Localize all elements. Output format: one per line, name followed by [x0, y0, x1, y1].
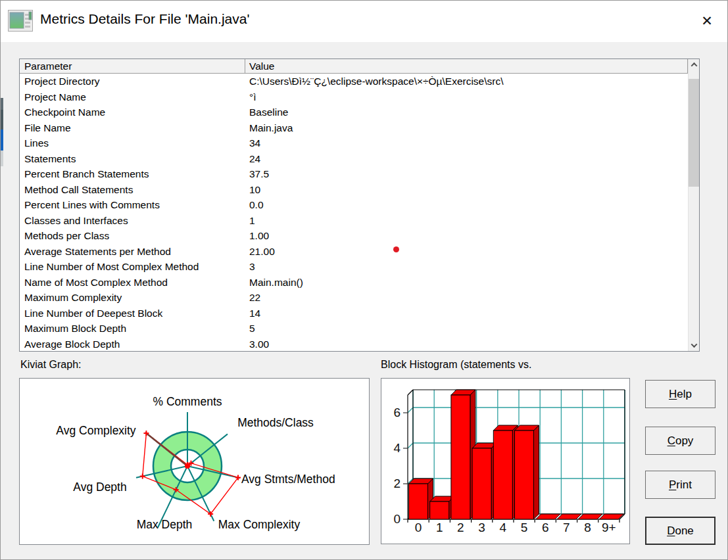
svg-text:Avg Complexity: Avg Complexity [56, 424, 136, 437]
table-row[interactable]: Average Statements per Method21.00 [20, 244, 688, 260]
block-histogram-label: Block Histogram (statements vs. [381, 359, 531, 371]
value-cell: 10 [245, 182, 688, 198]
value-cell: °ì [245, 89, 688, 105]
parameter-cell: Project Directory [20, 74, 245, 89]
metrics-details-dialog: Metrics Details For File 'Main.java' ✕ P… [0, 0, 728, 560]
parameter-cell: Maximum Complexity [20, 290, 245, 306]
parameter-cell: Checkpoint Name [20, 105, 245, 120]
table-row[interactable]: Project DirectoryC:\Users\Ðì½¨Ç¿\eclipse… [20, 74, 688, 89]
parameter-cell: Average Block Depth [20, 337, 245, 352]
parameter-cell: Percent Branch Statements [20, 166, 245, 182]
svg-text:6: 6 [393, 406, 400, 419]
svg-text:Avg Depth: Avg Depth [73, 480, 126, 494]
svg-text:2: 2 [393, 477, 400, 490]
table-row[interactable]: Statements24 [20, 151, 688, 167]
svg-text:9+: 9+ [602, 521, 616, 534]
svg-text:Avg Stmts/Method: Avg Stmts/Method [241, 473, 335, 486]
table-row[interactable]: Maximum Complexity22 [20, 290, 688, 306]
table-row[interactable]: Methods per Class1.00 [20, 228, 688, 244]
background-window-edge [1, 129, 3, 151]
parameter-cell: Line Number of Deepest Block [20, 306, 245, 321]
parameter-cell: Name of Most Complex Method [20, 275, 245, 291]
value-cell: Main.java [245, 120, 688, 136]
table-row[interactable]: Checkpoint NameBaseline [20, 105, 688, 120]
print-button[interactable]: Print [645, 471, 716, 499]
column-header-parameter[interactable]: Parameter [20, 59, 245, 73]
table-row[interactable]: Percent Branch Statements37.5 [20, 166, 688, 182]
chevron-up-icon [691, 62, 697, 69]
value-cell: Main.main() [245, 275, 688, 291]
value-cell: 22 [245, 290, 688, 306]
table-header[interactable]: Parameter Value [20, 59, 688, 74]
value-cell: 34 [245, 135, 688, 151]
value-cell: 37.5 [245, 166, 688, 182]
table-row[interactable]: Name of Most Complex MethodMain.main() [20, 275, 688, 291]
column-header-value[interactable]: Value [245, 59, 688, 73]
copy-button[interactable]: Copy [645, 427, 716, 455]
svg-text:Max Complexity: Max Complexity [218, 518, 301, 531]
scroll-down-button[interactable] [689, 340, 699, 351]
table-row[interactable]: Classes and Interfaces1 [20, 213, 688, 229]
table-row[interactable]: Project Name°ì [20, 89, 688, 105]
parameter-cell: Classes and Interfaces [20, 213, 245, 229]
svg-text:7: 7 [563, 521, 570, 534]
svg-text:4: 4 [500, 521, 507, 534]
scroll-up-button[interactable] [689, 59, 699, 70]
value-cell: 0.0 [245, 197, 688, 213]
red-dot-marker [393, 246, 399, 252]
parameter-cell: Maximum Block Depth [20, 321, 245, 337]
parameter-cell: Line Number of Most Complex Method [20, 259, 245, 275]
table-row[interactable]: Lines34 [20, 135, 688, 151]
scrollbar-thumb[interactable] [689, 79, 699, 187]
table-row[interactable]: Line Number of Most Complex Method3 [20, 259, 688, 275]
table-row[interactable]: File NameMain.java [20, 120, 688, 136]
kiviat-graph-label: Kiviat Graph: [20, 359, 81, 371]
parameter-cell: Project Name [20, 89, 245, 105]
svg-text:3: 3 [478, 521, 485, 534]
metrics-table-body: Project DirectoryC:\Users\Ðì½¨Ç¿\eclipse… [20, 74, 688, 351]
chevron-down-icon [691, 341, 697, 348]
value-cell: 3 [245, 259, 688, 275]
svg-text:5: 5 [521, 521, 528, 534]
block-histogram-svg: 0123456789+0246 [381, 379, 629, 544]
help-button[interactable]: Help [645, 380, 716, 408]
background-window-edge [1, 151, 3, 166]
value-cell: 1 [245, 213, 688, 229]
title-bar[interactable]: Metrics Details For File 'Main.java' ✕ [1, 1, 727, 42]
done-button[interactable]: Done [645, 517, 716, 545]
app-icon [8, 10, 33, 32]
parameter-cell: Percent Lines with Comments [20, 197, 245, 213]
svg-text:4: 4 [393, 441, 400, 455]
value-cell: C:\Users\Ðì½¨Ç¿\eclipse-workspace\×÷Òµ\E… [245, 74, 688, 89]
svg-text:% Comments: % Comments [153, 395, 222, 408]
parameter-cell: Average Statements per Method [20, 244, 245, 260]
svg-text:8: 8 [584, 521, 591, 534]
parameter-cell: Methods per Class [20, 228, 245, 244]
table-row[interactable]: Percent Lines with Comments0.0 [20, 197, 688, 213]
svg-text:0: 0 [393, 512, 400, 526]
table-row[interactable]: Method Call Statements10 [20, 182, 688, 198]
table-row[interactable]: Line Number of Deepest Block14 [20, 306, 688, 321]
background-window-edge [1, 98, 3, 110]
dialog-title: Metrics Details For File 'Main.java' [40, 11, 249, 27]
metrics-table: Parameter Value Project DirectoryC:\User… [19, 58, 700, 352]
kiviat-graph-svg: % CommentsMethods/ClassAvg Stmts/MethodM… [20, 379, 369, 544]
value-cell: Baseline [245, 105, 688, 120]
parameter-cell: Statements [20, 151, 245, 167]
background-window-edge [1, 110, 3, 129]
value-cell: 14 [245, 306, 688, 321]
value-cell: 21.00 [245, 244, 688, 260]
value-cell: 3.00 [245, 337, 688, 352]
table-row[interactable]: Average Block Depth3.00 [20, 337, 688, 352]
svg-text:Max Depth: Max Depth [137, 518, 193, 531]
table-row[interactable]: Maximum Block Depth5 [20, 321, 688, 337]
block-histogram-panel: 0123456789+0246 [381, 378, 630, 544]
value-cell: 1.00 [245, 228, 688, 244]
svg-text:2: 2 [457, 521, 464, 534]
close-button[interactable]: ✕ [687, 1, 727, 41]
svg-text:Methods/Class: Methods/Class [237, 416, 314, 429]
vertical-scrollbar[interactable] [688, 59, 699, 351]
value-cell: 5 [245, 321, 688, 337]
value-cell: 24 [245, 151, 688, 167]
parameter-cell: Method Call Statements [20, 182, 245, 198]
